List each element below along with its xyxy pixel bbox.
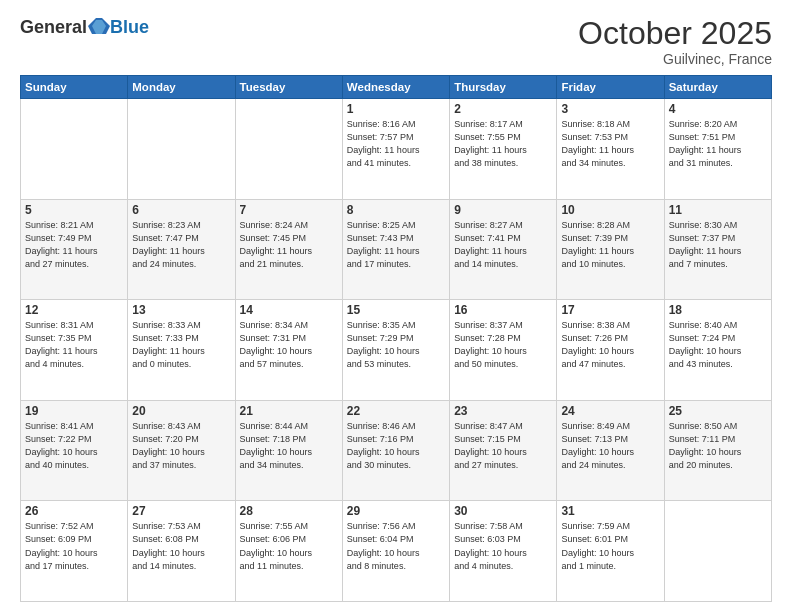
day-number: 28 [240, 504, 338, 518]
day-number: 22 [347, 404, 445, 418]
day-info: Sunrise: 7:59 AM Sunset: 6:01 PM Dayligh… [561, 520, 659, 572]
day-number: 1 [347, 102, 445, 116]
calendar-cell: 9Sunrise: 8:27 AM Sunset: 7:41 PM Daylig… [450, 199, 557, 300]
day-number: 26 [25, 504, 123, 518]
calendar-cell: 1Sunrise: 8:16 AM Sunset: 7:57 PM Daylig… [342, 99, 449, 200]
weekday-header-friday: Friday [557, 76, 664, 99]
calendar-week-3: 12Sunrise: 8:31 AM Sunset: 7:35 PM Dayli… [21, 300, 772, 401]
header: General Blue October 2025 Guilvinec, Fra… [20, 16, 772, 67]
day-number: 4 [669, 102, 767, 116]
day-info: Sunrise: 8:43 AM Sunset: 7:20 PM Dayligh… [132, 420, 230, 472]
day-number: 25 [669, 404, 767, 418]
calendar-cell: 25Sunrise: 8:50 AM Sunset: 7:11 PM Dayli… [664, 400, 771, 501]
calendar-cell [128, 99, 235, 200]
calendar-cell: 14Sunrise: 8:34 AM Sunset: 7:31 PM Dayli… [235, 300, 342, 401]
day-number: 21 [240, 404, 338, 418]
calendar-cell: 11Sunrise: 8:30 AM Sunset: 7:37 PM Dayli… [664, 199, 771, 300]
calendar-cell: 6Sunrise: 8:23 AM Sunset: 7:47 PM Daylig… [128, 199, 235, 300]
logo: General Blue [20, 16, 149, 38]
calendar-cell: 10Sunrise: 8:28 AM Sunset: 7:39 PM Dayli… [557, 199, 664, 300]
weekday-header-monday: Monday [128, 76, 235, 99]
day-number: 16 [454, 303, 552, 317]
day-number: 20 [132, 404, 230, 418]
day-number: 3 [561, 102, 659, 116]
day-number: 17 [561, 303, 659, 317]
day-info: Sunrise: 8:25 AM Sunset: 7:43 PM Dayligh… [347, 219, 445, 271]
logo-icon [88, 16, 110, 38]
day-number: 5 [25, 203, 123, 217]
day-number: 11 [669, 203, 767, 217]
day-number: 18 [669, 303, 767, 317]
calendar-cell: 28Sunrise: 7:55 AM Sunset: 6:06 PM Dayli… [235, 501, 342, 602]
day-number: 12 [25, 303, 123, 317]
day-info: Sunrise: 7:58 AM Sunset: 6:03 PM Dayligh… [454, 520, 552, 572]
day-number: 2 [454, 102, 552, 116]
day-number: 8 [347, 203, 445, 217]
day-number: 7 [240, 203, 338, 217]
day-number: 29 [347, 504, 445, 518]
month-title: October 2025 [578, 16, 772, 51]
day-number: 24 [561, 404, 659, 418]
calendar-cell: 8Sunrise: 8:25 AM Sunset: 7:43 PM Daylig… [342, 199, 449, 300]
calendar-cell: 4Sunrise: 8:20 AM Sunset: 7:51 PM Daylig… [664, 99, 771, 200]
day-info: Sunrise: 7:55 AM Sunset: 6:06 PM Dayligh… [240, 520, 338, 572]
day-info: Sunrise: 8:38 AM Sunset: 7:26 PM Dayligh… [561, 319, 659, 371]
day-number: 31 [561, 504, 659, 518]
day-number: 19 [25, 404, 123, 418]
day-info: Sunrise: 8:35 AM Sunset: 7:29 PM Dayligh… [347, 319, 445, 371]
calendar-cell: 27Sunrise: 7:53 AM Sunset: 6:08 PM Dayli… [128, 501, 235, 602]
calendar-cell: 26Sunrise: 7:52 AM Sunset: 6:09 PM Dayli… [21, 501, 128, 602]
day-info: Sunrise: 7:53 AM Sunset: 6:08 PM Dayligh… [132, 520, 230, 572]
calendar-cell: 15Sunrise: 8:35 AM Sunset: 7:29 PM Dayli… [342, 300, 449, 401]
day-info: Sunrise: 8:24 AM Sunset: 7:45 PM Dayligh… [240, 219, 338, 271]
calendar-cell: 23Sunrise: 8:47 AM Sunset: 7:15 PM Dayli… [450, 400, 557, 501]
logo-blue-text: Blue [110, 17, 149, 38]
calendar-cell: 20Sunrise: 8:43 AM Sunset: 7:20 PM Dayli… [128, 400, 235, 501]
day-info: Sunrise: 8:28 AM Sunset: 7:39 PM Dayligh… [561, 219, 659, 271]
weekday-header-saturday: Saturday [664, 76, 771, 99]
weekday-header-tuesday: Tuesday [235, 76, 342, 99]
calendar-cell: 29Sunrise: 7:56 AM Sunset: 6:04 PM Dayli… [342, 501, 449, 602]
day-info: Sunrise: 8:40 AM Sunset: 7:24 PM Dayligh… [669, 319, 767, 371]
calendar-cell: 19Sunrise: 8:41 AM Sunset: 7:22 PM Dayli… [21, 400, 128, 501]
weekday-header-wednesday: Wednesday [342, 76, 449, 99]
day-number: 6 [132, 203, 230, 217]
location: Guilvinec, France [578, 51, 772, 67]
calendar-week-2: 5Sunrise: 8:21 AM Sunset: 7:49 PM Daylig… [21, 199, 772, 300]
day-info: Sunrise: 8:18 AM Sunset: 7:53 PM Dayligh… [561, 118, 659, 170]
day-info: Sunrise: 8:23 AM Sunset: 7:47 PM Dayligh… [132, 219, 230, 271]
calendar-cell: 24Sunrise: 8:49 AM Sunset: 7:13 PM Dayli… [557, 400, 664, 501]
day-info: Sunrise: 7:52 AM Sunset: 6:09 PM Dayligh… [25, 520, 123, 572]
day-info: Sunrise: 8:21 AM Sunset: 7:49 PM Dayligh… [25, 219, 123, 271]
day-info: Sunrise: 8:49 AM Sunset: 7:13 PM Dayligh… [561, 420, 659, 472]
day-number: 23 [454, 404, 552, 418]
calendar-cell [235, 99, 342, 200]
calendar-cell: 21Sunrise: 8:44 AM Sunset: 7:18 PM Dayli… [235, 400, 342, 501]
day-info: Sunrise: 8:44 AM Sunset: 7:18 PM Dayligh… [240, 420, 338, 472]
calendar-cell [21, 99, 128, 200]
weekday-header-sunday: Sunday [21, 76, 128, 99]
calendar-week-4: 19Sunrise: 8:41 AM Sunset: 7:22 PM Dayli… [21, 400, 772, 501]
calendar-cell: 16Sunrise: 8:37 AM Sunset: 7:28 PM Dayli… [450, 300, 557, 401]
calendar-cell: 7Sunrise: 8:24 AM Sunset: 7:45 PM Daylig… [235, 199, 342, 300]
day-info: Sunrise: 8:41 AM Sunset: 7:22 PM Dayligh… [25, 420, 123, 472]
calendar-cell: 2Sunrise: 8:17 AM Sunset: 7:55 PM Daylig… [450, 99, 557, 200]
day-info: Sunrise: 8:34 AM Sunset: 7:31 PM Dayligh… [240, 319, 338, 371]
day-info: Sunrise: 8:30 AM Sunset: 7:37 PM Dayligh… [669, 219, 767, 271]
calendar-cell: 18Sunrise: 8:40 AM Sunset: 7:24 PM Dayli… [664, 300, 771, 401]
day-info: Sunrise: 7:56 AM Sunset: 6:04 PM Dayligh… [347, 520, 445, 572]
calendar-cell: 30Sunrise: 7:58 AM Sunset: 6:03 PM Dayli… [450, 501, 557, 602]
calendar-week-5: 26Sunrise: 7:52 AM Sunset: 6:09 PM Dayli… [21, 501, 772, 602]
day-info: Sunrise: 8:17 AM Sunset: 7:55 PM Dayligh… [454, 118, 552, 170]
day-number: 15 [347, 303, 445, 317]
calendar-cell: 12Sunrise: 8:31 AM Sunset: 7:35 PM Dayli… [21, 300, 128, 401]
weekday-header-row: SundayMondayTuesdayWednesdayThursdayFrid… [21, 76, 772, 99]
day-info: Sunrise: 8:50 AM Sunset: 7:11 PM Dayligh… [669, 420, 767, 472]
page: General Blue October 2025 Guilvinec, Fra… [0, 0, 792, 612]
day-number: 10 [561, 203, 659, 217]
calendar-cell: 17Sunrise: 8:38 AM Sunset: 7:26 PM Dayli… [557, 300, 664, 401]
calendar-week-1: 1Sunrise: 8:16 AM Sunset: 7:57 PM Daylig… [21, 99, 772, 200]
day-number: 9 [454, 203, 552, 217]
day-info: Sunrise: 8:27 AM Sunset: 7:41 PM Dayligh… [454, 219, 552, 271]
calendar-cell: 3Sunrise: 8:18 AM Sunset: 7:53 PM Daylig… [557, 99, 664, 200]
